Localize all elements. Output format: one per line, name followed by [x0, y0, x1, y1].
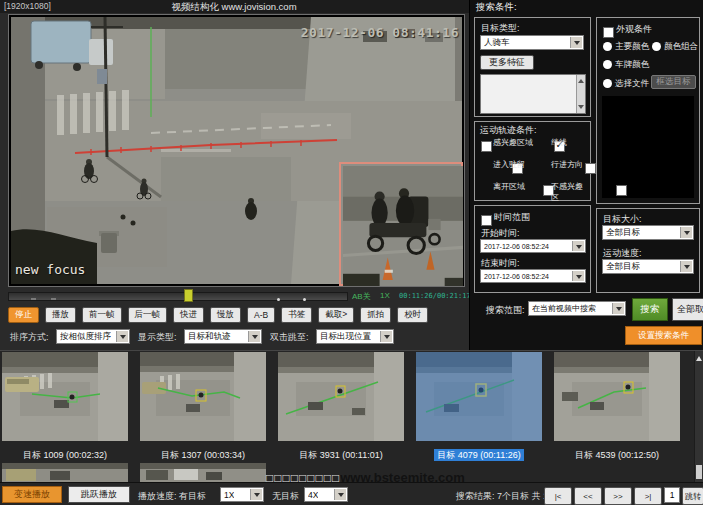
display-type-select[interactable]: 目标和轨迹 — [184, 329, 262, 344]
variable-speed-button[interactable]: 变速播放 — [2, 486, 62, 503]
end-time-select[interactable]: 2017-12-06 08:52:24 — [480, 269, 586, 283]
stop-button[interactable]: 停止 — [8, 307, 39, 323]
color-combo-radio[interactable] — [652, 42, 661, 51]
jump-page-button[interactable]: 跳转 — [682, 487, 703, 505]
player-toolbar: 停止 播放 前一帧 后一帧 快进 慢放 A-B 书签 截取> 抓拍 校时 — [8, 305, 465, 325]
result-thumbnail-5[interactable] — [554, 352, 680, 441]
time-sync-button[interactable]: 校时 — [397, 307, 428, 323]
result-label-4[interactable]: 目标 4079 (00:11:26) — [434, 449, 523, 461]
result-thumbnail-4[interactable] — [416, 352, 542, 441]
result-label-wrap: 目标 1307 (00:03:34) — [140, 444, 266, 462]
play-button[interactable]: 播放 — [45, 307, 76, 323]
search-conditions-header: 搜索条件: — [476, 1, 517, 14]
tripwire-label: 绊线 — [551, 137, 567, 148]
target-type-label: 目标类型: — [481, 22, 520, 35]
choose-file-radio[interactable] — [603, 79, 612, 88]
result-thumbnail-1[interactable] — [2, 352, 128, 441]
result-thumbnail-2[interactable] — [140, 352, 266, 441]
time-range-checkbox[interactable] — [481, 215, 492, 226]
main-color-radio[interactable] — [603, 42, 612, 51]
page-number-input[interactable] — [664, 487, 680, 503]
skip-play-button[interactable]: 跳跃播放 — [68, 486, 130, 503]
progress-track[interactable] — [8, 292, 348, 301]
slow-play-button[interactable]: 慢放 — [210, 307, 241, 323]
double-click-jump-select[interactable]: 目标出现位置 — [316, 329, 394, 344]
inset-scene — [343, 166, 463, 286]
video-player[interactable]: 2017-12-06 08:41:16 new focus — [8, 14, 465, 287]
more-features-button[interactable]: 更多特征 — [480, 55, 534, 70]
playback-speed-status: 1X — [380, 291, 390, 300]
first-page-button[interactable]: |< — [544, 487, 572, 505]
pick-target-button[interactable]: 框选目标 — [651, 75, 696, 89]
search-conditions-panel: 搜索条件: 目标类型: 人骑车 更多特征 外观条件 主要颜色 颜色组合 车牌颜色… — [469, 0, 703, 350]
results-scrollbar[interactable] — [694, 351, 703, 483]
prev-page-button[interactable]: << — [574, 487, 602, 505]
scrollbar-handle[interactable] — [696, 465, 702, 479]
trajectory-group: 运动轨迹条件: 感兴趣区域 绊线 进入驻留 行进方向 离开区域 不感兴趣区 — [474, 121, 591, 201]
plate-color-radio[interactable] — [603, 60, 612, 69]
result-thumbnail-7[interactable] — [140, 463, 266, 483]
color-preview-area — [602, 96, 694, 198]
roi-label: 感兴趣区域 — [493, 137, 533, 148]
prev-frame-button[interactable]: 前一帧 — [82, 307, 122, 323]
listbox-scrollbar[interactable] — [576, 75, 585, 113]
non-roi-label: 不感兴趣区 — [551, 181, 590, 203]
cancel-all-button[interactable]: 全部取消 — [672, 298, 703, 321]
bookmark-button[interactable]: 书签 — [281, 307, 312, 323]
display-options-row: 排序方式: 按相似度排序 显示类型: 目标和轨迹 双击跳至: 目标出现位置 — [8, 328, 465, 346]
set-search-conditions-button[interactable]: 设置搜索条件 — [625, 326, 702, 345]
main-color-label: 主要颜色 — [615, 41, 649, 53]
fast-forward-button[interactable]: 快进 — [173, 307, 204, 323]
time-range-group: 时间范围 开始时间: 2017-12-06 08:52:24 结束时间: 201… — [474, 205, 591, 293]
bookmark-dot — [303, 298, 306, 301]
with-target-speed-select[interactable]: 1X — [220, 487, 264, 502]
thumbnail-scene — [140, 463, 266, 483]
camera-name-osd: new focus — [15, 262, 85, 277]
appearance-checkbox[interactable] — [603, 27, 614, 38]
feature-listbox[interactable] — [480, 74, 586, 114]
ab-repeat-button[interactable]: A-B — [247, 307, 275, 323]
next-frame-button[interactable]: 后一帧 — [128, 307, 168, 323]
scroll-up-icon[interactable] — [696, 353, 702, 361]
sort-mode-label: 排序方式: — [10, 331, 49, 344]
progress-slider-handle[interactable] — [184, 289, 193, 302]
sort-mode-select[interactable]: 按相似度排序 — [56, 329, 130, 344]
progress-tick — [31, 298, 36, 300]
next-page-button[interactable]: >> — [604, 487, 632, 505]
result-label-1[interactable]: 目标 1009 (00:02:32) — [20, 449, 110, 461]
enter-dwell-label: 进入驻留 — [493, 159, 525, 170]
thumbnail-scene — [140, 352, 266, 441]
search-scope-label: 搜索范围: — [486, 304, 525, 317]
no-target-speed-select[interactable]: 4X — [304, 487, 348, 502]
non-roi-checkbox[interactable] — [616, 185, 627, 196]
result-thumbnail-3[interactable] — [278, 352, 404, 441]
result-thumbnail-6[interactable] — [2, 463, 128, 483]
result-label-3[interactable]: 目标 3931 (00:11:01) — [296, 449, 385, 461]
ab-repeat-status: AB关 — [352, 291, 371, 302]
search-scope-select[interactable]: 在当前视频中搜索 — [528, 301, 626, 316]
target-type-select[interactable]: 人骑车 — [480, 35, 584, 50]
bookmark-dot — [277, 298, 280, 301]
target-type-group: 目标类型: 人骑车 更多特征 — [474, 17, 591, 117]
result-label-wrap: 目标 4079 (00:11:26) — [416, 444, 542, 462]
search-button[interactable]: 搜索 — [632, 298, 668, 321]
chevron-down-icon — [334, 489, 346, 500]
direction-checkbox[interactable] — [585, 163, 596, 174]
result-label-wrap: 目标 4539 (00:12:50) — [554, 444, 680, 462]
size-speed-group: 目标大小: 全部目标 运动速度: 全部目标 — [596, 208, 700, 293]
start-time-select[interactable]: 2017-12-06 08:52:24 — [480, 239, 586, 253]
time-display: 00:11:26/00:21:17 — [399, 292, 471, 300]
result-label-wrap: 目标 1009 (00:02:32) — [2, 444, 128, 462]
last-page-button[interactable]: >| — [634, 487, 662, 505]
snapshot-button[interactable]: 抓拍 — [360, 307, 391, 323]
trajectory-title: 运动轨迹条件: — [480, 124, 537, 137]
motion-speed-select[interactable]: 全部目标 — [602, 259, 694, 274]
result-label-5[interactable]: 目标 4539 (00:12:50) — [572, 449, 662, 461]
target-size-select[interactable]: 全部目标 — [602, 225, 694, 240]
chevron-down-icon — [250, 489, 262, 500]
roi-checkbox[interactable] — [481, 141, 492, 152]
chevron-down-icon — [572, 271, 584, 281]
result-label-2[interactable]: 目标 1307 (00:03:34) — [158, 449, 248, 461]
capture-button[interactable]: 截取> — [318, 307, 354, 323]
window-title: 视频结构化 www.jovision.com — [0, 1, 468, 14]
